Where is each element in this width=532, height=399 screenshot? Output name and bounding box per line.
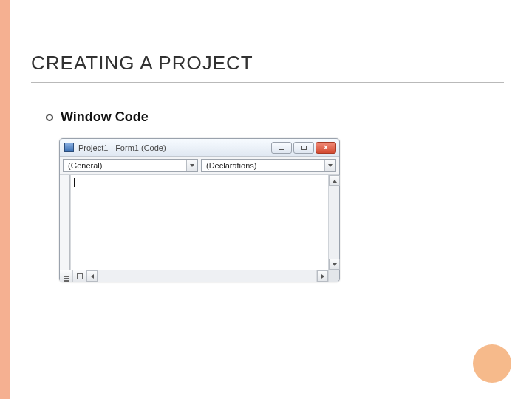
object-dropdown-button[interactable] bbox=[186, 160, 197, 171]
procedure-dropdown-value: (Declarations) bbox=[202, 161, 324, 170]
slide: CREATING A PROJECT Window Code Project1 … bbox=[0, 0, 532, 399]
dropdown-row: (General) (Declarations) bbox=[60, 157, 339, 175]
scroll-left-button[interactable] bbox=[86, 270, 98, 282]
procedure-view-button[interactable] bbox=[60, 270, 73, 282]
scroll-track-horizontal[interactable] bbox=[98, 270, 317, 282]
bullet-text: Window Code bbox=[61, 109, 149, 125]
scroll-down-button[interactable] bbox=[329, 259, 340, 270]
chevron-down-icon bbox=[328, 164, 332, 167]
chevron-down-icon bbox=[332, 263, 337, 266]
object-dropdown[interactable]: (General) bbox=[63, 159, 198, 172]
procedure-dropdown-button[interactable] bbox=[324, 160, 335, 171]
accent-bar bbox=[0, 0, 10, 399]
procedure-dropdown[interactable]: (Declarations) bbox=[201, 159, 336, 172]
vertical-scrollbar[interactable] bbox=[328, 175, 339, 270]
bullet-ring-icon bbox=[46, 114, 53, 121]
close-icon: × bbox=[324, 143, 328, 151]
code-gutter bbox=[60, 175, 70, 270]
slide-title: CREATING A PROJECT bbox=[31, 52, 504, 83]
scroll-track-vertical[interactable] bbox=[329, 186, 339, 259]
chevron-down-icon bbox=[190, 164, 194, 167]
code-editor[interactable] bbox=[71, 175, 328, 270]
object-dropdown-value: (General) bbox=[64, 161, 186, 170]
chevron-right-icon bbox=[321, 274, 324, 279]
horizontal-scrollbar[interactable] bbox=[86, 270, 328, 282]
minimize-button[interactable] bbox=[271, 142, 292, 154]
chevron-up-icon bbox=[332, 180, 337, 183]
maximize-icon bbox=[301, 146, 307, 150]
minimize-icon bbox=[279, 149, 284, 150]
close-button[interactable]: × bbox=[316, 142, 336, 154]
bullet-item: Window Code bbox=[46, 109, 489, 125]
code-area bbox=[60, 175, 339, 270]
full-module-view-button[interactable] bbox=[73, 270, 86, 282]
slide-body: Window Code Project1 - Form1 (Code) × (G… bbox=[46, 109, 489, 282]
titlebar: Project1 - Form1 (Code) × bbox=[60, 139, 339, 157]
accent-circle bbox=[473, 344, 511, 383]
full-module-view-icon bbox=[77, 273, 83, 279]
resize-corner[interactable] bbox=[328, 270, 339, 282]
caret-icon bbox=[74, 178, 75, 187]
scroll-up-button[interactable] bbox=[329, 175, 340, 186]
bottom-bar bbox=[60, 270, 339, 282]
window-title: Project1 - Form1 (Code) bbox=[78, 143, 166, 152]
scroll-right-button[interactable] bbox=[317, 270, 328, 282]
vb-app-icon bbox=[64, 143, 74, 152]
procedure-view-icon bbox=[64, 276, 69, 277]
code-window: Project1 - Form1 (Code) × (General) (Dec… bbox=[59, 138, 340, 282]
chevron-left-icon bbox=[91, 274, 94, 279]
maximize-button[interactable] bbox=[293, 142, 314, 154]
